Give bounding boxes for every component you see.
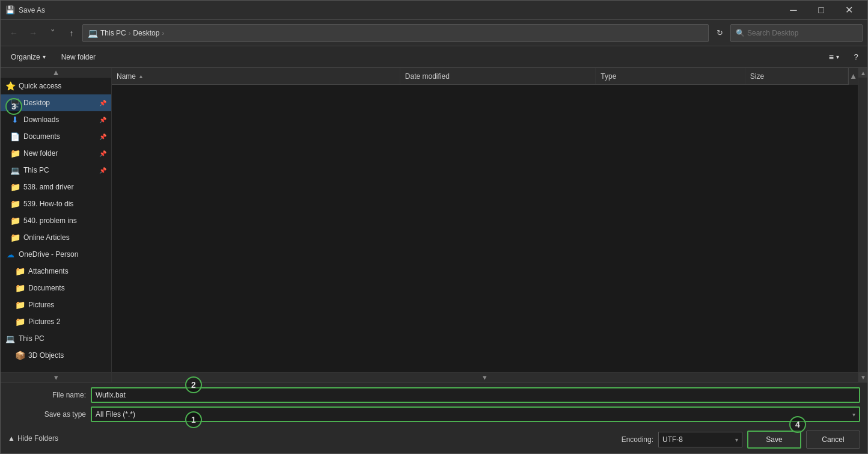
folder-pictures-icon: 📁: [15, 300, 25, 310]
save-as-dialog: 💾 Save As ─ □ ✕ ← → ˅ ↑ 💻 This PC › Desk…: [0, 0, 868, 454]
sidebar-item-new-folder[interactable]: 📁 New folder 📌: [1, 145, 111, 162]
sidebar-item-this-pc[interactable]: 💻 This PC 📌: [1, 162, 111, 179]
breadcrumb-sep2: ›: [162, 29, 164, 37]
encoding-label: Encoding:: [622, 435, 653, 444]
step4-circle: 4: [789, 416, 806, 433]
action-row: Encoding: UTF-8 ▾ Save Cancel 4: [622, 428, 860, 449]
folder-pictures2-icon: 📁: [15, 317, 25, 327]
sidebar-item-documents[interactable]: 📄 Documents 📌: [1, 128, 111, 145]
view-toggle-button[interactable]: ≡ ▾: [824, 49, 845, 65]
save-type-row: Save as type All Files (*.*) ▾ 1: [8, 406, 860, 422]
downloads-icon: ⬇: [10, 115, 20, 124]
file-list: [112, 85, 858, 372]
cancel-button[interactable]: Cancel: [806, 431, 860, 449]
scroll-down-arrow[interactable]: ▼: [858, 372, 867, 382]
dialog-title: Save As: [19, 6, 780, 14]
step1-annotation: 1: [185, 411, 202, 428]
hide-folders-icon: ▲: [8, 434, 15, 443]
sidebar-item-538[interactable]: 📁 538. amd driver: [1, 179, 111, 195]
dialog-icon: 💾: [5, 5, 15, 15]
onedrive-icon: ☁: [5, 250, 15, 259]
forward-button[interactable]: →: [25, 25, 41, 41]
breadcrumb-desktop: Desktop: [133, 29, 159, 37]
step3-circle: 3: [5, 98, 22, 115]
filename-row: File name: 2: [8, 387, 860, 403]
col-name[interactable]: Name ▲: [112, 68, 400, 84]
this-pc-section-icon: 💻: [5, 334, 15, 343]
new-folder-icon: 📁: [10, 149, 20, 158]
step3-annotation: 3: [5, 98, 22, 115]
save-type-dropdown-arrow: ▾: [852, 411, 855, 418]
step2-circle: 2: [185, 376, 202, 393]
encoding-section: Encoding: UTF-8 ▾: [622, 432, 742, 447]
search-icon: 🔍: [736, 29, 745, 37]
sidebar-item-pictures[interactable]: 📁 Pictures: [1, 296, 111, 313]
sidebar-scroll-up[interactable]: ▲: [1, 68, 111, 78]
sidebar-item-540[interactable]: 📁 540. problem ins: [1, 212, 111, 229]
column-header: Name ▲ Date modified Type Size ▲: [112, 68, 858, 85]
toolbar: Organize ▾ New folder ≡ ▾ ?: [1, 46, 867, 68]
folder-3d-icon: 📦: [15, 351, 25, 360]
hide-folders-button[interactable]: ▲ Hide Folders: [8, 432, 58, 445]
step4-annotation: 4: [789, 416, 806, 433]
folder-540-icon: 📁: [10, 216, 20, 225]
documents-icon: 📄: [10, 132, 20, 141]
minimize-button[interactable]: ─: [780, 1, 807, 20]
filename-input[interactable]: [91, 387, 860, 403]
breadcrumb-bar[interactable]: 💻 This PC › Desktop ›: [82, 24, 709, 42]
pin-icon-this-pc: 📌: [99, 167, 106, 174]
sidebar-item-online-articles[interactable]: 📁 Online Articles: [1, 229, 111, 246]
sidebar-item-3d[interactable]: 📦 3D Objects: [1, 347, 111, 364]
dropdown-button[interactable]: ˅: [44, 25, 61, 41]
bottom-bar: ▲ Hide Folders Encoding: UTF-8 ▾ Save Ca…: [8, 426, 860, 449]
sidebar-scroll: ⭐ Quick access 🖥️ Desktop 📌 ⬇ Downloads …: [1, 78, 111, 372]
pin-icon-downloads: 📌: [99, 117, 106, 123]
sidebar-item-pictures2[interactable]: 📁 Pictures 2: [1, 313, 111, 330]
close-button[interactable]: ✕: [835, 1, 863, 20]
organize-button[interactable]: Organize ▾: [5, 50, 51, 64]
refresh-button[interactable]: ↻: [711, 25, 728, 41]
sidebar-item-attachments[interactable]: 📁 Attachments: [1, 263, 111, 280]
maximize-button[interactable]: □: [807, 1, 835, 20]
col-date[interactable]: Date modified: [400, 68, 596, 84]
encoding-dropdown[interactable]: UTF-8 ▾: [658, 432, 742, 447]
file-area-scroll-down[interactable]: ▾: [112, 372, 858, 382]
folder-attach-icon: 📁: [15, 266, 25, 276]
sidebar-scroll-down[interactable]: ▾: [1, 372, 111, 382]
nav-bar: ← → ˅ ↑ 💻 This PC › Desktop › ↻ 🔍: [1, 20, 867, 46]
col-scroll-up[interactable]: ▲: [848, 68, 858, 85]
pin-icon: 📌: [99, 100, 106, 106]
new-folder-button[interactable]: New folder: [56, 50, 101, 64]
col-type[interactable]: Type: [596, 68, 745, 84]
breadcrumb-sep1: ›: [129, 29, 131, 37]
sidebar-this-pc-section[interactable]: 💻 This PC: [1, 330, 111, 347]
sidebar-quick-access[interactable]: ⭐ Quick access: [1, 78, 111, 94]
folder-od-docs-icon: 📁: [15, 283, 25, 293]
sidebar-item-539[interactable]: 📁 539. How-to dis: [1, 195, 111, 212]
up-button[interactable]: ↑: [63, 25, 80, 41]
col-size[interactable]: Size: [745, 68, 848, 84]
file-area: Name ▲ Date modified Type Size ▲ ▾: [112, 68, 858, 382]
sidebar: ▲ ⭐ Quick access 🖥️ Desktop 📌 ⬇ Download: [1, 68, 112, 382]
save-type-dropdown[interactable]: All Files (*.*) ▾: [91, 406, 860, 422]
scroll-up-arrow[interactable]: ▲: [858, 68, 867, 78]
filename-label: File name:: [8, 391, 86, 399]
quick-access-icon: ⭐: [5, 81, 15, 91]
search-input[interactable]: [747, 29, 857, 37]
folder-539-icon: 📁: [10, 199, 20, 209]
sidebar-item-od-documents[interactable]: 📁 Documents: [1, 280, 111, 296]
main-content: ▲ ⭐ Quick access 🖥️ Desktop 📌 ⬇ Download: [1, 68, 867, 382]
title-bar: 💾 Save As ─ □ ✕: [1, 1, 867, 20]
pin-icon-new-folder: 📌: [99, 150, 106, 157]
back-button[interactable]: ←: [5, 25, 22, 41]
save-type-label: Save as type: [8, 410, 86, 419]
pin-icon-documents: 📌: [99, 133, 106, 140]
step2-annotation: 2: [185, 376, 202, 393]
help-button[interactable]: ?: [849, 51, 863, 64]
save-button[interactable]: Save: [747, 431, 801, 449]
sidebar-onedrive[interactable]: ☁ OneDrive - Person: [1, 246, 111, 263]
step1-circle: 1: [185, 411, 202, 428]
search-bar[interactable]: 🔍: [730, 24, 863, 42]
folder-538-icon: 📁: [10, 182, 20, 192]
folder-online-articles-icon: 📁: [10, 233, 20, 242]
